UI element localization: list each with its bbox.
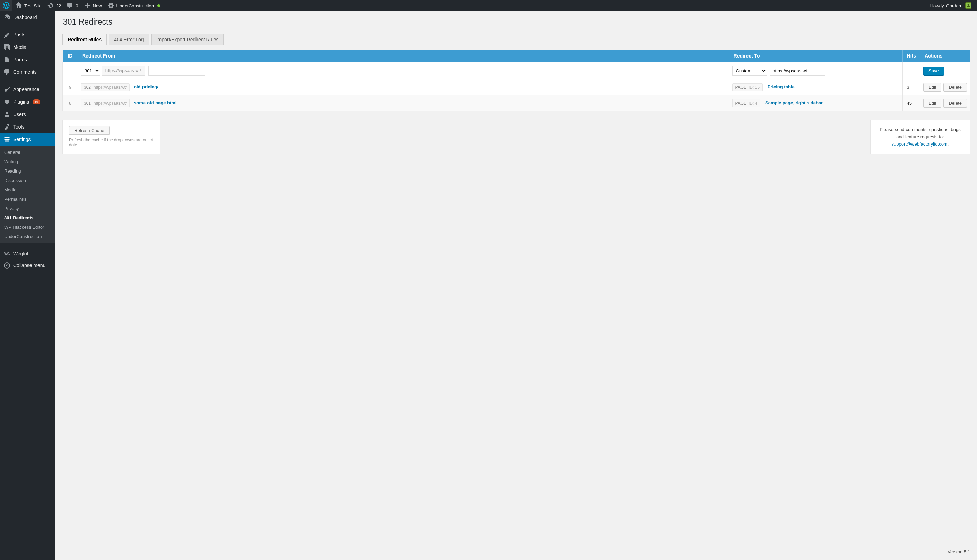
col-id: ID: [63, 50, 78, 62]
table-row: 9 302https://wpsaas.wt/ old-pricing/ PAG…: [63, 79, 970, 95]
site-name-label: Test Site: [24, 3, 42, 8]
row-id: 9: [63, 79, 78, 95]
weglot-icon: WG: [3, 252, 10, 256]
save-button[interactable]: Save: [923, 67, 944, 75]
row-to: PAGEID: 4 Sample page, right sidebar: [729, 95, 902, 111]
from-path-link[interactable]: old-pricing/: [134, 84, 159, 89]
underconstruction-menu[interactable]: UnderConstruction: [105, 0, 163, 11]
submenu-reading[interactable]: Reading: [0, 166, 55, 176]
row-hits: 3: [902, 79, 920, 95]
menu-weglot-label: Weglot: [13, 251, 28, 257]
submenu-301-redirects[interactable]: 301 Redirects: [0, 213, 55, 222]
tab-404-error-log[interactable]: 404 Error Log: [109, 33, 149, 45]
brush-icon: [3, 86, 10, 93]
collapse-menu[interactable]: Collapse menu: [0, 259, 55, 272]
home-icon: [15, 2, 22, 9]
row-to: PAGEID: 15 Pricing table: [729, 79, 902, 95]
menu-tools[interactable]: Tools: [0, 121, 55, 133]
menu-pages[interactable]: Pages: [0, 53, 55, 66]
redirect-code-select[interactable]: 301: [81, 66, 100, 75]
delete-button[interactable]: Delete: [944, 99, 967, 107]
refresh-cache-button[interactable]: Refresh Cache: [69, 126, 110, 135]
row-actions: Edit Delete: [920, 95, 970, 111]
update-icon: [47, 2, 54, 9]
tab-import-export[interactable]: Import/Export Redirect Rules: [151, 33, 224, 45]
comments-menu[interactable]: 0: [64, 0, 81, 11]
menu-tools-label: Tools: [13, 124, 25, 130]
menu-dashboard[interactable]: Dashboard: [0, 11, 55, 23]
menu-users-label: Users: [13, 112, 26, 117]
admin-bar: Test Site 22 0 New UnderConstruction How…: [0, 0, 977, 11]
menu-media[interactable]: Media: [0, 41, 55, 53]
howdy-label: Howdy, Gordan: [930, 3, 961, 8]
media-icon: [3, 44, 10, 51]
bottom-row: Refresh Cache Refresh the cache if the d…: [62, 120, 970, 154]
support-email-link[interactable]: support@webfactoryltd.com: [892, 142, 947, 147]
menu-appearance[interactable]: Appearance: [0, 83, 55, 96]
to-chip: PAGEID: 4: [732, 99, 761, 107]
menu-plugins-label: Plugins: [13, 99, 29, 105]
version-label: Version 5.1: [947, 549, 970, 555]
from-path-link[interactable]: some-old-page.html: [134, 100, 177, 105]
submenu-permalinks[interactable]: Permalinks: [0, 194, 55, 204]
col-from: Redirect From: [78, 50, 730, 62]
menu-pages-label: Pages: [13, 57, 27, 62]
avatar-icon: [966, 3, 970, 8]
submenu-writing[interactable]: Writing: [0, 157, 55, 166]
submenu-underconstruction[interactable]: UnderConstruction: [0, 232, 55, 241]
avatar: [965, 2, 972, 9]
comment-icon: [3, 68, 10, 75]
menu-media-label: Media: [13, 44, 26, 50]
redirect-from-input[interactable]: [149, 66, 205, 75]
comment-icon: [67, 2, 73, 9]
user-icon: [3, 111, 10, 118]
refresh-cache-hint: Refresh the cache if the dropdowns are o…: [69, 138, 154, 147]
submenu-htaccess[interactable]: WP Htaccess Editor: [0, 222, 55, 232]
menu-users[interactable]: Users: [0, 108, 55, 121]
wp-logo-menu[interactable]: [0, 0, 12, 11]
gear-icon: [107, 2, 114, 9]
plugin-icon: [3, 98, 10, 105]
delete-button[interactable]: Delete: [944, 83, 967, 92]
my-account-menu[interactable]: Howdy, Gordan: [927, 0, 974, 11]
submenu-media[interactable]: Media: [0, 185, 55, 194]
redirect-target-select[interactable]: Custom: [732, 66, 767, 75]
redirect-table: ID Redirect From Redirect To Hits Action…: [62, 50, 970, 111]
new-label: New: [93, 3, 102, 8]
menu-weglot[interactable]: WG Weglot: [0, 248, 55, 259]
menu-dashboard-label: Dashboard: [13, 15, 37, 20]
wordpress-icon: [3, 2, 10, 9]
to-title-link[interactable]: Pricing table: [768, 84, 795, 89]
sliders-icon: [3, 136, 10, 143]
plus-icon: [84, 2, 91, 9]
menu-plugins[interactable]: Plugins 19: [0, 96, 55, 108]
edit-button[interactable]: Edit: [923, 99, 941, 107]
to-title-link[interactable]: Sample page, right sidebar: [765, 100, 823, 105]
edit-button[interactable]: Edit: [923, 83, 941, 92]
site-name-menu[interactable]: Test Site: [12, 0, 44, 11]
new-content-menu[interactable]: New: [81, 0, 105, 11]
add-redirect-row: 301 https://wpsaas.wt/ Custom Save: [63, 62, 970, 79]
from-chip: 301https://wpsaas.wt/: [81, 99, 130, 107]
row-from: 302https://wpsaas.wt/ old-pricing/: [78, 79, 730, 95]
page-icon: [3, 56, 10, 63]
submenu-privacy[interactable]: Privacy: [0, 204, 55, 213]
admin-sidebar: Dashboard Posts Media Pages Comments App…: [0, 11, 55, 560]
from-chip: 302https://wpsaas.wt/: [81, 83, 130, 92]
menu-comments[interactable]: Comments: [0, 66, 55, 78]
comments-count: 0: [75, 3, 78, 8]
redirect-to-input[interactable]: [770, 66, 825, 75]
dashboard-icon: [3, 14, 10, 21]
table-row: 8 301https://wpsaas.wt/ some-old-page.ht…: [63, 95, 970, 111]
updates-menu[interactable]: 22: [44, 0, 64, 11]
admin-bar-left: Test Site 22 0 New UnderConstruction: [0, 0, 163, 11]
menu-settings[interactable]: Settings: [0, 133, 55, 145]
submenu-general[interactable]: General: [0, 148, 55, 157]
submenu-discussion[interactable]: Discussion: [0, 176, 55, 185]
col-actions: Actions: [920, 50, 970, 62]
tab-redirect-rules[interactable]: Redirect Rules: [62, 33, 107, 45]
row-from: 301https://wpsaas.wt/ some-old-page.html: [78, 95, 730, 111]
menu-posts[interactable]: Posts: [0, 28, 55, 41]
support-box: Please send comments, questions, bugs an…: [870, 120, 970, 154]
svg-point-0: [6, 47, 8, 48]
